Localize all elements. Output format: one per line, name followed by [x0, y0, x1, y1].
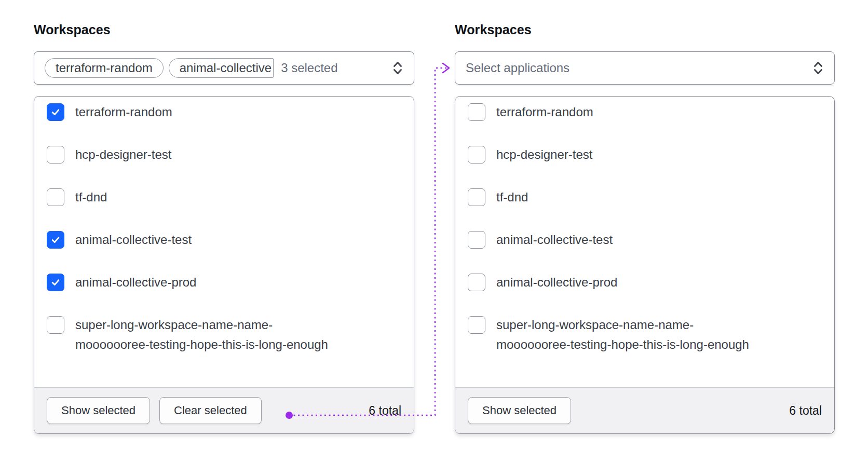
selected-tag-clipped: animal-collective [169, 58, 274, 78]
option-label: animal-collective-prod [496, 274, 617, 291]
selected-count: 3 selected [281, 61, 337, 75]
workspaces-multiselect-right: Workspaces Select applications terraform… [455, 21, 835, 434]
checkbox-checked[interactable] [47, 274, 64, 291]
checkbox-unchecked[interactable] [468, 316, 485, 334]
list-option[interactable]: tf-dnd [468, 188, 822, 206]
checkbox-unchecked[interactable] [468, 274, 485, 291]
clear-selected-button[interactable]: Clear selected [159, 397, 262, 424]
show-selected-button[interactable]: Show selected [468, 397, 571, 424]
option-label: animal-collective-test [496, 231, 613, 249]
total-count: 6 total [369, 404, 401, 418]
checkbox-checked[interactable] [47, 103, 64, 121]
checkbox-unchecked[interactable] [468, 231, 485, 249]
option-label: tf-dnd [75, 188, 107, 206]
multiselect-trigger[interactable]: terraform-random animal-collective 3 sel… [34, 51, 414, 85]
trigger-placeholder: Select applications [466, 61, 569, 75]
list-option[interactable]: hcp-designer-test [468, 146, 822, 164]
checkbox-unchecked[interactable] [47, 316, 64, 334]
list-option[interactable]: animal-collective-test [468, 231, 822, 249]
list-option[interactable]: terraform-random [468, 103, 822, 121]
option-label: animal-collective-test [75, 231, 192, 249]
checkbox-unchecked[interactable] [468, 146, 485, 164]
list-option[interactable]: animal-collective-prod [47, 274, 401, 291]
checkbox-unchecked[interactable] [468, 103, 485, 121]
total-count: 6 total [789, 404, 822, 418]
option-label: super-long-workspace-name-name- moooooor… [75, 315, 328, 355]
checkbox-checked[interactable] [47, 231, 64, 249]
multiselect-trigger[interactable]: Select applications [455, 51, 835, 85]
dropdown-panel: terraform-randomhcp-designer-testtf-dnda… [34, 96, 414, 434]
option-label: terraform-random [75, 103, 172, 121]
options-list: terraform-randomhcp-designer-testtf-dnda… [34, 97, 414, 387]
list-option[interactable]: animal-collective-test [47, 231, 401, 249]
selected-tag: terraform-random [45, 58, 164, 78]
list-option[interactable]: animal-collective-prod [468, 274, 822, 291]
list-option[interactable]: hcp-designer-test [47, 146, 401, 164]
checkbox-unchecked[interactable] [47, 188, 64, 206]
arrow-head [443, 63, 449, 73]
unfold-chevron-icon [811, 60, 825, 76]
option-label: terraform-random [496, 103, 593, 121]
panel-footer: Show selected 6 total [455, 387, 834, 433]
list-option[interactable]: super-long-workspace-name-name- moooooor… [47, 316, 401, 355]
field-label: Workspaces [34, 21, 414, 38]
field-label: Workspaces [455, 21, 835, 38]
dropdown-panel: terraform-randomhcp-designer-testtf-dnda… [455, 96, 835, 434]
option-label: hcp-designer-test [75, 146, 171, 164]
option-label: super-long-workspace-name-name- moooooor… [496, 315, 749, 355]
page: Workspaces terraform-random animal-colle… [0, 0, 868, 463]
list-option[interactable]: tf-dnd [47, 188, 401, 206]
panel-footer: Show selected Clear selected 6 total [34, 387, 414, 433]
show-selected-button[interactable]: Show selected [47, 397, 150, 424]
option-label: hcp-designer-test [496, 146, 592, 164]
list-option[interactable]: super-long-workspace-name-name- moooooor… [468, 316, 822, 355]
option-label: animal-collective-prod [75, 274, 196, 291]
unfold-chevron-icon [391, 60, 404, 76]
selected-tags: terraform-random animal-collective [45, 58, 274, 78]
options-list: terraform-randomhcp-designer-testtf-dnda… [455, 97, 834, 387]
list-option[interactable]: terraform-random [47, 103, 401, 121]
checkbox-unchecked[interactable] [47, 146, 64, 164]
checkbox-unchecked[interactable] [468, 188, 485, 206]
option-label: tf-dnd [496, 188, 528, 206]
workspaces-multiselect-left: Workspaces terraform-random animal-colle… [34, 21, 414, 434]
